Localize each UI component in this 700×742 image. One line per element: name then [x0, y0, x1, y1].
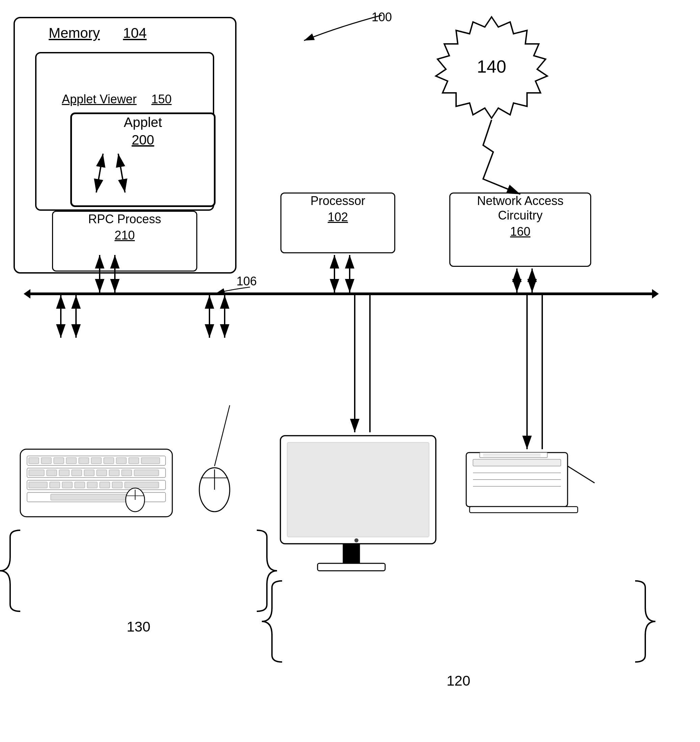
svg-point-57: [126, 488, 144, 512]
svg-rect-26: [27, 468, 165, 477]
svg-rect-30: [41, 458, 52, 464]
rpc-process-box: RPC Process 210: [52, 211, 197, 272]
processor-label: Processor: [281, 193, 394, 208]
svg-rect-24: [20, 449, 172, 517]
processor-num: 102: [281, 210, 394, 224]
top-label-100: 100: [371, 10, 392, 24]
svg-rect-66: [343, 544, 360, 564]
applet-viewer-num: 150: [151, 92, 172, 106]
svg-marker-8: [24, 289, 30, 299]
svg-rect-63: [280, 436, 436, 544]
svg-rect-34: [91, 458, 101, 464]
svg-rect-56: [51, 494, 135, 500]
svg-rect-41: [59, 470, 69, 476]
svg-rect-69: [473, 459, 561, 466]
svg-rect-51: [75, 482, 85, 488]
group-120-text: 120: [447, 673, 470, 689]
svg-rect-54: [112, 482, 122, 488]
memory-box: Memory 104 Applet Viewer 150 Applet 200 …: [13, 17, 236, 274]
memory-label: Memory: [49, 25, 100, 41]
applet-viewer-label: Applet Viewer: [62, 92, 137, 106]
nac-label: Network AccessCircuitry: [450, 193, 590, 222]
group-130-text: 130: [127, 619, 150, 635]
svg-rect-27: [27, 480, 165, 490]
rpc-process-num: 210: [53, 228, 196, 243]
svg-rect-28: [27, 492, 165, 502]
svg-rect-64: [287, 442, 429, 537]
svg-rect-43: [84, 470, 94, 476]
nac-box: Network AccessCircuitry 160: [449, 193, 591, 267]
svg-point-60: [199, 468, 230, 512]
applet-viewer-box: Applet Viewer 150 Applet 200: [35, 52, 214, 211]
nac-num: 160: [450, 225, 590, 239]
svg-rect-25: [27, 456, 165, 465]
svg-rect-38: [141, 458, 160, 464]
applet-label: Applet: [72, 114, 214, 130]
svg-rect-33: [79, 458, 89, 464]
svg-rect-49: [50, 482, 60, 488]
applet-box: Applet 200: [70, 112, 215, 207]
bus-num-text: 106: [236, 274, 257, 288]
svg-rect-32: [66, 458, 77, 464]
svg-rect-68: [466, 453, 567, 506]
svg-rect-50: [62, 482, 72, 488]
svg-rect-52: [87, 482, 97, 488]
svg-rect-39: [29, 470, 44, 476]
svg-point-65: [354, 538, 358, 542]
svg-rect-47: [134, 470, 159, 476]
rpc-process-label: RPC Process: [53, 212, 196, 226]
svg-rect-36: [116, 458, 126, 464]
svg-marker-4: [436, 17, 547, 118]
svg-rect-73: [470, 506, 578, 513]
svg-rect-29: [29, 458, 39, 464]
svg-rect-46: [122, 470, 132, 476]
network-num-text: 140: [477, 57, 506, 77]
svg-rect-44: [97, 470, 107, 476]
svg-rect-67: [318, 563, 385, 571]
diagram-container: 100 Memory 104 Applet Viewer 150 Applet …: [0, 0, 700, 742]
svg-marker-9: [652, 289, 659, 299]
svg-rect-42: [72, 470, 82, 476]
processor-box: Processor 102: [280, 193, 395, 253]
svg-rect-35: [104, 458, 114, 464]
svg-rect-70: [480, 453, 547, 458]
svg-rect-31: [54, 458, 64, 464]
svg-rect-53: [100, 482, 110, 488]
svg-rect-37: [129, 458, 139, 464]
svg-rect-48: [29, 482, 47, 488]
svg-rect-55: [125, 482, 159, 488]
applet-num: 200: [72, 132, 214, 147]
memory-num: 104: [123, 25, 147, 41]
svg-rect-45: [109, 470, 119, 476]
svg-rect-40: [47, 470, 57, 476]
